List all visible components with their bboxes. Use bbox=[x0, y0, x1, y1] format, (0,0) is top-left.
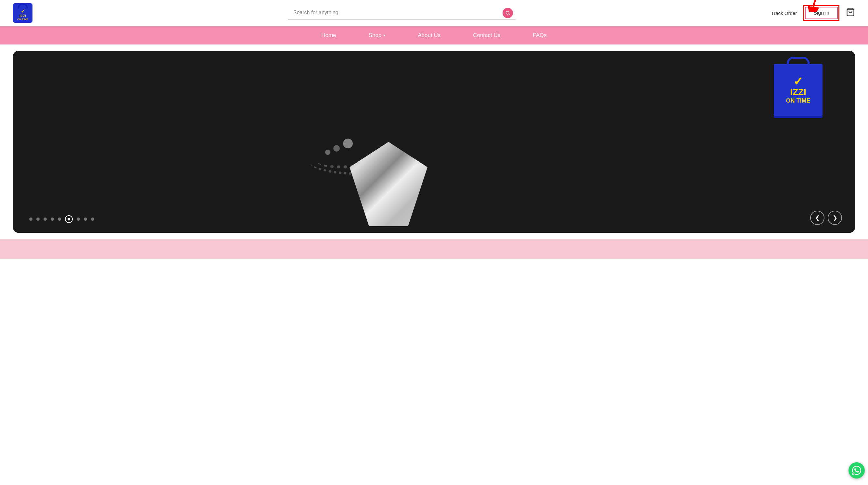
site-logo[interactable]: ✓ IZZI ON TIME bbox=[13, 3, 32, 23]
cart-icon bbox=[846, 7, 855, 17]
main-navbar: Home Shop ▾ About Us Contact Us FAQs bbox=[0, 26, 868, 44]
slider-dot-4[interactable] bbox=[51, 218, 54, 221]
shop-chevron-icon: ▾ bbox=[383, 33, 385, 38]
slider-dot-2[interactable] bbox=[36, 218, 40, 221]
logo-izzi: IZZI bbox=[20, 14, 26, 18]
search-icon bbox=[505, 10, 510, 15]
slider-dot-7[interactable] bbox=[77, 218, 80, 221]
slider-dots bbox=[29, 215, 94, 223]
svg-point-0 bbox=[506, 11, 509, 14]
nav-items-list: Home Shop ▾ About Us Contact Us FAQs bbox=[305, 26, 563, 44]
hero-check-icon: ✓ bbox=[793, 76, 803, 87]
search-input[interactable] bbox=[288, 6, 516, 20]
cart-button[interactable] bbox=[846, 7, 855, 19]
nav-item-faqs[interactable]: FAQs bbox=[517, 26, 563, 44]
header-actions: Track Order Sign in bbox=[771, 5, 855, 21]
site-header: ✓ IZZI ON TIME Track Order Sign in bbox=[0, 0, 868, 26]
hero-brand-ontime: ON TIME bbox=[786, 97, 810, 104]
bottom-pink-section bbox=[0, 239, 868, 259]
hero-slider: ✓ IZZI ON TIME ❮ ❯ bbox=[13, 51, 855, 233]
nav-item-contact[interactable]: Contact Us bbox=[457, 26, 517, 44]
hero-content: ✓ IZZI ON TIME bbox=[13, 51, 855, 233]
nav-item-shop[interactable]: Shop ▾ bbox=[352, 26, 402, 44]
signin-wrapper: Sign in bbox=[803, 5, 839, 21]
logo-check: ✓ bbox=[21, 8, 25, 14]
logo-ontime: ON TIME bbox=[17, 18, 28, 21]
signin-highlight-box: Sign in bbox=[803, 5, 839, 21]
slider-arrows: ❮ ❯ bbox=[810, 211, 842, 225]
hero-logo-handle bbox=[787, 57, 809, 66]
slider-next-button[interactable]: ❯ bbox=[828, 211, 842, 225]
slider-dot-3[interactable] bbox=[43, 218, 47, 221]
search-button[interactable] bbox=[502, 8, 513, 18]
hero-logo-underline bbox=[774, 116, 823, 118]
hero-brand-izzi: IZZI bbox=[790, 87, 806, 97]
svg-line-1 bbox=[509, 14, 510, 15]
hero-brand-logo: ✓ IZZI ON TIME bbox=[774, 64, 823, 116]
slider-dot-5[interactable] bbox=[58, 218, 61, 221]
nav-item-home[interactable]: Home bbox=[305, 26, 352, 44]
search-container bbox=[288, 6, 516, 20]
slider-dot-1[interactable] bbox=[29, 218, 32, 221]
signin-button[interactable]: Sign in bbox=[805, 7, 838, 19]
slider-dot-9[interactable] bbox=[91, 218, 94, 221]
slider-dot-8[interactable] bbox=[84, 218, 87, 221]
slider-prev-button[interactable]: ❮ bbox=[810, 211, 825, 225]
jewelry-image bbox=[298, 129, 493, 233]
nav-item-about[interactable]: About Us bbox=[402, 26, 457, 44]
track-order-link[interactable]: Track Order bbox=[771, 10, 797, 16]
slider-dot-6[interactable] bbox=[65, 215, 73, 223]
